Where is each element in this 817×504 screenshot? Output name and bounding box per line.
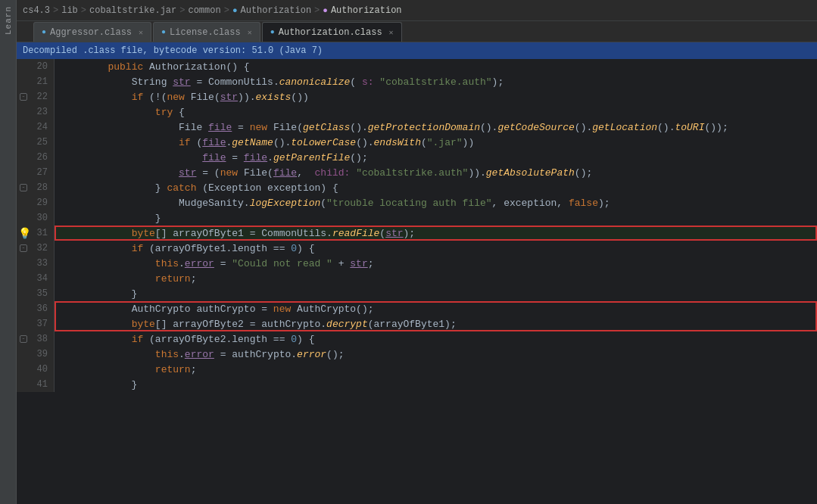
sep1: > <box>53 5 58 16</box>
sep2: > <box>81 5 86 16</box>
gutter-29: 29 <box>17 195 54 210</box>
code-line-24: File file = new File(getClass().getProte… <box>55 120 817 135</box>
bc-jar: cobaltstrike.jar <box>89 5 176 16</box>
code-line-39: this.error = authCrypto.error(); <box>55 347 817 362</box>
sep5: > <box>314 5 320 16</box>
tab-aggressor[interactable]: ● Aggressor.class ✕ <box>33 22 151 42</box>
gutter-35: 35 <box>17 286 54 301</box>
code-line-27: str = (new File(file, child: "cobaltstri… <box>55 165 817 180</box>
fold-marker-28[interactable]: - <box>20 184 27 191</box>
info-bar: Decompiled .class file, bytecode version… <box>17 42 817 59</box>
gutter-40: 40 <box>17 362 54 377</box>
gutter-20: 20 <box>17 59 54 74</box>
bc-cs43: cs4.3 <box>23 5 50 16</box>
code-line-37: byte[] arrayOfByte2 = authCrypto.decrypt… <box>55 316 817 331</box>
authorization-tab-label: Authorization.class <box>279 27 382 38</box>
gutter-23: 23 <box>17 104 54 120</box>
learn-tab[interactable]: Learn <box>0 0 17 504</box>
gutter-21: 21 <box>17 74 54 89</box>
tabs-bar: ● Aggressor.class ✕ ● License.class ✕ ● … <box>17 21 817 42</box>
code-line-22: if (!(new File(str)).exists()) <box>55 89 817 104</box>
gutter-39: 39 <box>17 347 54 362</box>
gutter-32: - 32 <box>17 241 54 256</box>
code-line-40: return; <box>55 362 817 377</box>
code-line-36: AuthCrypto authCrypto = new AuthCrypto()… <box>55 301 817 316</box>
gutter-36: 36 <box>17 301 54 316</box>
aggressor-tab-close[interactable]: ✕ <box>139 28 143 37</box>
gutter-27: 27 <box>17 165 54 180</box>
code-content: public Authorization() { String str = Co… <box>55 59 817 392</box>
authorization-tab-close[interactable]: ✕ <box>389 28 394 37</box>
fold-marker-22[interactable]: - <box>20 93 27 101</box>
code-line-32: if (arrayOfByte1.length == 0) { <box>55 241 817 256</box>
code-line-21: String str = CommonUtils.canonicalize( s… <box>55 74 817 89</box>
code-line-35: } <box>55 286 817 301</box>
gutter-41: 41 <box>17 377 54 392</box>
sep4: > <box>224 5 229 16</box>
gutter-33: 33 <box>17 256 54 271</box>
license-tab-close[interactable]: ✕ <box>248 28 252 37</box>
bc-authorization-method: Authorization <box>331 5 402 16</box>
tab-authorization[interactable]: ● Authorization.class ✕ <box>262 22 402 42</box>
code-line-31-wrapper: byte[] arrayOfByte1 = CommonUtils.readFi… <box>55 226 817 241</box>
fold-marker-32[interactable]: - <box>20 244 27 252</box>
info-bar-text: Decompiled .class file, bytecode version… <box>23 45 323 56</box>
line-number-gutter: 20 21 - 22 23 24 25 26 27 - 28 29 <box>17 59 55 392</box>
license-tab-label: License.class <box>170 27 241 38</box>
code-line-20: public Authorization() { <box>55 59 817 74</box>
fold-marker-38[interactable]: - <box>20 335 27 343</box>
gutter-37: 37 <box>17 316 54 331</box>
code-line-38: if (arrayOfByte2.length == 0) { <box>55 331 817 347</box>
gutter-22: - 22 <box>17 89 54 104</box>
learn-tab-label[interactable]: Learn <box>4 6 13 35</box>
license-tab-icon: ● <box>161 28 166 36</box>
bc-authorization-class: Authorization <box>240 5 311 16</box>
gutter-24: 24 <box>17 120 54 135</box>
code-line-23: try { <box>55 104 817 120</box>
code-line-28: } catch (Exception exception) { <box>55 180 817 195</box>
aggressor-tab-icon: ● <box>42 28 46 36</box>
gutter-26: 26 <box>17 150 54 165</box>
code-line-34: return; <box>55 271 817 286</box>
gutter-31: 💡 31 <box>17 226 54 241</box>
authorization-method-icon: ● <box>323 6 328 15</box>
code-line-25: if (file.getName().toLowerCase().endsWit… <box>55 135 817 150</box>
aggressor-tab-label: Aggressor.class <box>50 27 132 38</box>
authorization-class-icon: ● <box>232 6 238 15</box>
code-line-33: this.error = "Could not read " + str; <box>55 256 817 271</box>
code-lines-3637-wrapper: AuthCrypto authCrypto = new AuthCrypto()… <box>55 301 817 331</box>
gutter-30: 30 <box>17 210 54 226</box>
gutter-28: - 28 <box>17 180 54 195</box>
code-line-26: file = file.getParentFile(); <box>55 150 817 165</box>
gutter-38: - 38 <box>17 331 54 347</box>
code-area: 20 21 - 22 23 24 25 26 27 - 28 29 <box>17 59 817 392</box>
authorization-tab-icon: ● <box>270 28 275 36</box>
hint-marker-31: 💡 <box>20 229 29 238</box>
code-line-41: } <box>55 377 817 392</box>
code-line-29: MudgeSanity.logException("trouble locati… <box>55 195 817 210</box>
gutter-25: 25 <box>17 135 54 150</box>
bc-lib: lib <box>61 5 78 16</box>
gutter-34: 34 <box>17 271 54 286</box>
tab-license[interactable]: ● License.class ✕ <box>153 22 260 42</box>
code-line-31: byte[] arrayOfByte1 = CommonUtils.readFi… <box>55 226 817 241</box>
sep3: > <box>179 5 185 16</box>
code-line-30: } <box>55 210 817 226</box>
bc-common: common <box>188 5 220 16</box>
breadcrumb: cs4.3 > lib > cobaltstrike.jar > common … <box>17 0 817 21</box>
